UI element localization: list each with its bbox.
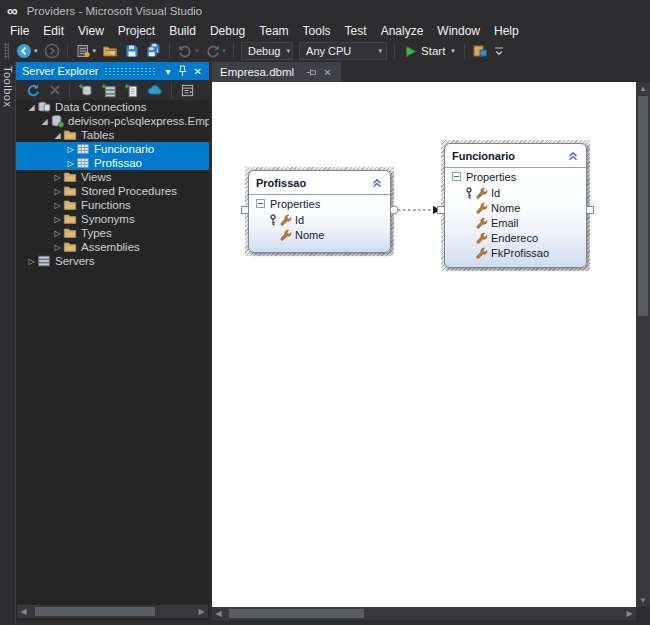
property-id[interactable]: Id: [445, 185, 586, 200]
expand-expander-icon[interactable]: ▷: [52, 201, 63, 210]
tree-item-stored-procedures[interactable]: ▷Stored Procedures: [16, 184, 209, 198]
tree-item-functions[interactable]: ▷Functions: [16, 198, 209, 212]
properties-section-header[interactable]: Properties: [249, 195, 390, 212]
tab-pin-icon[interactable]: [302, 67, 320, 78]
scroll-down-icon[interactable]: ▼: [636, 594, 650, 607]
connect-to-server-button[interactable]: [99, 82, 118, 99]
tab-empresa-dbml[interactable]: Empresa.dbml ✕: [212, 62, 341, 82]
save-button[interactable]: [122, 42, 142, 60]
tree-item-tables[interactable]: ◢Tables: [16, 128, 209, 142]
property-name: FkProfissao: [491, 247, 549, 259]
dbml-design-surface[interactable]: ProfissaoPropertiesIdNomeFuncionarioProp…: [212, 82, 636, 607]
connect-to-azure-button[interactable]: [145, 81, 165, 99]
connect-to-database-button[interactable]: [76, 82, 95, 99]
folder-icon: [63, 226, 77, 240]
server-explorer-hscrollbar[interactable]: ◀ ▶: [17, 605, 208, 618]
property-email[interactable]: Email: [445, 215, 586, 230]
collapse-chevron-icon[interactable]: [567, 150, 579, 162]
menu-file[interactable]: File: [3, 23, 36, 39]
toolbox-tab[interactable]: Toolbox: [2, 62, 14, 107]
property-fkprofissao[interactable]: FkProfissao: [445, 245, 586, 260]
tree-item-synonyms[interactable]: ▷Synonyms: [16, 212, 209, 226]
collapse-chevron-icon[interactable]: [371, 177, 383, 189]
navigate-backward-button[interactable]: ▾: [14, 42, 40, 60]
pin-icon[interactable]: [174, 65, 191, 77]
menu-tools[interactable]: Tools: [296, 23, 338, 39]
wrench-icon: [476, 202, 491, 214]
tab-close-icon[interactable]: ✕: [320, 67, 334, 78]
entity-funcionario[interactable]: FuncionarioPropertiesIdNomeEmailEndereco…: [441, 140, 590, 271]
toolbar-options-icon[interactable]: [492, 44, 506, 59]
collapse-expander-icon[interactable]: ◢: [26, 103, 37, 112]
solution-platforms-combo[interactable]: Any CPU▾: [299, 42, 387, 60]
tree-item-assemblies[interactable]: ▷Assemblies: [16, 240, 209, 254]
editor-vscrollbar[interactable]: ▲ ▼: [636, 82, 650, 607]
tree-item-profissao[interactable]: ▷Profissao: [16, 156, 209, 170]
expand-expander-icon[interactable]: ▷: [52, 215, 63, 224]
expand-expander-icon[interactable]: ▷: [52, 173, 63, 182]
solution-configurations-combo[interactable]: Debug▾: [241, 42, 293, 60]
menu-project[interactable]: Project: [111, 23, 162, 39]
start-button[interactable]: Start▾: [402, 45, 457, 58]
properties-section-header[interactable]: Properties: [445, 168, 586, 185]
new-project-button[interactable]: ▾: [73, 42, 99, 60]
tree-item-data-connections[interactable]: ◢Data Connections: [16, 100, 209, 114]
entity-header[interactable]: Profissao: [249, 171, 390, 195]
wrench-icon: [476, 247, 491, 259]
expand-expander-icon[interactable]: ▷: [52, 187, 63, 196]
toolbar-separator: [169, 43, 170, 59]
menu-analyze[interactable]: Analyze: [374, 23, 431, 39]
tree-item-types[interactable]: ▷Types: [16, 226, 209, 240]
menu-team[interactable]: Team: [252, 23, 295, 39]
scrollbar-thumb[interactable]: [35, 607, 155, 616]
property-nome[interactable]: Nome: [249, 227, 390, 242]
menu-help[interactable]: Help: [487, 23, 526, 39]
scroll-left-icon[interactable]: ◀: [212, 607, 225, 620]
expand-expander-icon[interactable]: ▷: [65, 145, 76, 154]
scroll-left-icon[interactable]: ◀: [17, 607, 30, 616]
connect-to-server-icon: [101, 83, 116, 98]
menu-view[interactable]: View: [71, 23, 111, 39]
connect-to-data-source-button[interactable]: [122, 82, 141, 99]
window-position-icon[interactable]: ▾: [163, 66, 174, 77]
attach-button[interactable]: [470, 42, 490, 60]
property-endereco[interactable]: Endereco: [445, 230, 586, 245]
tree-item-deivison-pc-sqlexpress-empresa-d[interactable]: ◢deivison-pc\sqlexpress.Empresa.d: [16, 114, 209, 128]
tree-item-funcionario[interactable]: ▷Funcionario: [16, 142, 209, 156]
collapse-expander-icon[interactable]: ◢: [52, 131, 63, 140]
open-file-icon: [102, 43, 118, 59]
property-name: Endereco: [491, 232, 538, 244]
menu-test[interactable]: Test: [338, 23, 374, 39]
scrollbar-thumb[interactable]: [229, 609, 364, 618]
menu-edit[interactable]: Edit: [36, 23, 71, 39]
menu-build[interactable]: Build: [162, 23, 203, 39]
expand-expander-icon[interactable]: ▷: [52, 243, 63, 252]
expand-expander-icon[interactable]: ▷: [26, 257, 37, 266]
server-explorer-panel: Server Explorer ▾ ✕ ◢Data Connections◢de…: [16, 62, 209, 620]
tree-item-servers[interactable]: ▷Servers: [16, 254, 209, 268]
property-id[interactable]: Id: [249, 212, 390, 227]
menu-debug[interactable]: Debug: [203, 23, 252, 39]
scroll-up-icon[interactable]: ▲: [636, 82, 650, 95]
open-file-button[interactable]: [100, 42, 120, 60]
save-all-button[interactable]: [144, 42, 164, 60]
scrollbar-thumb[interactable]: [638, 96, 648, 316]
collapse-box-icon[interactable]: [256, 199, 265, 208]
entity-header[interactable]: Funcionario: [445, 144, 586, 168]
sql-server-object-explorer-button[interactable]: [178, 82, 197, 99]
property-nome[interactable]: Nome: [445, 200, 586, 215]
new-project-icon: [75, 43, 91, 59]
entity-profissao[interactable]: ProfissaoPropertiesIdNome: [245, 167, 394, 256]
menu-window[interactable]: Window: [430, 23, 487, 39]
scroll-right-icon[interactable]: ▶: [195, 607, 208, 616]
collapse-expander-icon[interactable]: ◢: [39, 117, 50, 126]
close-icon[interactable]: ✕: [191, 66, 205, 77]
expand-expander-icon[interactable]: ▷: [65, 159, 76, 168]
collapse-box-icon[interactable]: [452, 172, 461, 181]
tree-item-views[interactable]: ▷Views: [16, 170, 209, 184]
scroll-right-icon[interactable]: ▶: [623, 607, 636, 620]
server-explorer-titlebar[interactable]: Server Explorer ▾ ✕: [16, 62, 209, 80]
editor-hscrollbar[interactable]: ◀ ▶: [212, 607, 636, 620]
refresh-button[interactable]: [24, 82, 43, 99]
expand-expander-icon[interactable]: ▷: [52, 229, 63, 238]
